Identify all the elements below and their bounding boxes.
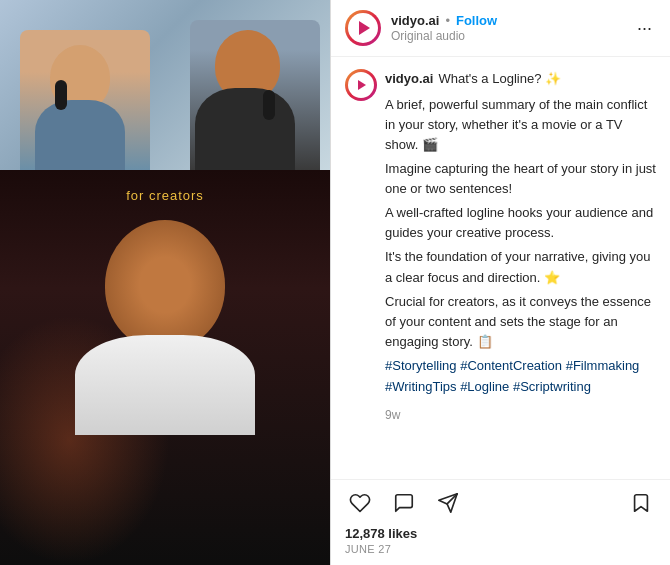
caption-body: A brief, powerful summary of the main co… xyxy=(385,95,656,353)
video-panel: for creators xyxy=(0,0,330,565)
more-options-button[interactable]: ··· xyxy=(633,18,656,39)
comment-icon xyxy=(393,492,415,514)
like-button[interactable] xyxy=(345,488,375,518)
avatar[interactable] xyxy=(345,10,381,46)
post-date: June 27 xyxy=(331,543,670,565)
caption-line-5: Crucial for creators, as it conveys the … xyxy=(385,292,656,352)
header-info: vidyo.ai • Follow Original audio xyxy=(391,13,633,43)
post-header: vidyo.ai • Follow Original audio ··· xyxy=(331,0,670,57)
person-bottom xyxy=(85,220,245,420)
share-button[interactable] xyxy=(433,488,463,518)
caption-line-3: A well-crafted logline hooks your audien… xyxy=(385,203,656,243)
time-ago: 9w xyxy=(385,406,656,424)
bookmark-icon xyxy=(630,492,652,514)
comment-button[interactable] xyxy=(389,488,419,518)
caption-username[interactable]: vidyo.ai xyxy=(385,71,433,86)
caption-avatar-play-icon xyxy=(358,80,366,90)
username[interactable]: vidyo.ai xyxy=(391,13,439,28)
caption-line-4: It's the foundation of your narrative, g… xyxy=(385,247,656,287)
caption-text-block: vidyo.aiWhat's a Logline? ✨ A brief, pow… xyxy=(385,69,656,424)
for-creators-label: for creators xyxy=(126,188,204,203)
mic-right-icon xyxy=(263,90,275,120)
follow-button[interactable]: Follow xyxy=(456,13,497,28)
avatar-play-icon xyxy=(359,21,370,35)
person-left xyxy=(20,30,150,170)
actions-bar xyxy=(331,479,670,522)
save-button[interactable] xyxy=(626,488,656,518)
dot-separator: • xyxy=(445,13,450,28)
video-bottom-clip: for creators xyxy=(0,170,330,565)
person-right xyxy=(190,20,320,170)
caption-title: What's a Logline? ✨ xyxy=(438,71,561,86)
caption-avatar[interactable] xyxy=(345,69,377,101)
mic-left-icon xyxy=(55,80,67,110)
share-icon xyxy=(437,492,459,514)
hashtags[interactable]: #Storytelling #ContentCreation #Filmmaki… xyxy=(385,356,656,398)
video-top-clip xyxy=(0,0,330,170)
heart-icon xyxy=(349,492,371,514)
post-panel: vidyo.ai • Follow Original audio ··· vid… xyxy=(330,0,670,565)
original-audio-label: Original audio xyxy=(391,29,633,43)
caption-line-1: A brief, powerful summary of the main co… xyxy=(385,95,656,155)
likes-count: 12,878 likes xyxy=(331,522,670,543)
caption-line-2: Imagine capturing the heart of your stor… xyxy=(385,159,656,199)
caption-area: vidyo.aiWhat's a Logline? ✨ A brief, pow… xyxy=(331,57,670,479)
